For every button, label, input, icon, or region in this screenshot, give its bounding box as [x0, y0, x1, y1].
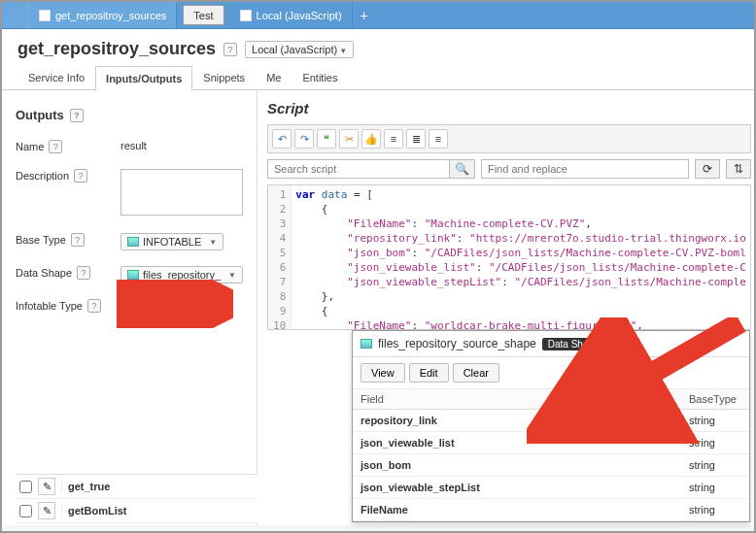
tab-service-label: get_repositroy_sources: [55, 10, 166, 21]
search-input[interactable]: [267, 159, 450, 179]
datashape-icon: [127, 270, 139, 280]
table-row[interactable]: FileNamestring: [353, 499, 749, 521]
format-icon[interactable]: 👍: [361, 129, 381, 149]
infotable-type-value: Just Infotable: [127, 302, 190, 314]
code-content[interactable]: var data = [ { "FileName": "Machine-comp…: [292, 185, 750, 329]
row-base-type: Base Type ? INFOTABLE: [16, 225, 243, 258]
col-basetype: BaseType: [681, 389, 749, 410]
find-replace-input[interactable]: [481, 159, 689, 179]
table-row[interactable]: repository_linkstring: [353, 410, 749, 432]
sub-tabstrip: Service Info Inputs/Outputs Snippets Me …: [2, 65, 754, 90]
search-go-icon[interactable]: 🔍: [450, 159, 475, 179]
base-type-dropdown[interactable]: INFOTABLE: [120, 233, 223, 250]
runtime-dropdown[interactable]: Local (JavaScript): [245, 41, 354, 58]
top-bar: get_repositroy_sources Test Local (JavaS…: [2, 2, 754, 29]
clear-button[interactable]: Clear: [453, 363, 499, 383]
js-icon: [240, 10, 252, 21]
tab-inputs-outputs[interactable]: Inputs/Outputs: [95, 66, 192, 90]
row-checkbox[interactable]: [19, 505, 32, 517]
page-title: get_repositroy_sources: [17, 39, 216, 59]
code-editor[interactable]: 1 2 3 4 5 6 7 8 9 10 11 var data = [ { "…: [267, 184, 751, 330]
replace-next-icon[interactable]: ⟳: [695, 159, 720, 179]
indent-center-icon[interactable]: ≣: [406, 129, 426, 149]
description-textarea[interactable]: [120, 169, 243, 216]
tab-local-js[interactable]: Local (JavaScript): [230, 2, 353, 28]
indent-left-icon[interactable]: ≡: [384, 129, 403, 149]
page-header: get_repositroy_sources ? Local (JavaScri…: [2, 29, 754, 65]
left-pane: Outputs ? Name ? result Description ?: [2, 90, 258, 525]
outputs-heading: Outputs: [16, 108, 64, 122]
view-button[interactable]: View: [361, 363, 405, 383]
help-icon[interactable]: ?: [70, 109, 84, 122]
help-icon[interactable]: ?: [223, 43, 237, 56]
table-row[interactable]: json_bomstring: [353, 454, 749, 477]
test-button[interactable]: Test: [183, 5, 223, 25]
row-checkbox[interactable]: [19, 481, 32, 493]
infotable-type-dropdown[interactable]: Just Infotable: [120, 299, 213, 316]
name-label: Name: [16, 141, 44, 152]
line-gutter: 1 2 3 4 5 6 7 8 9 10 11: [268, 185, 292, 329]
popup-badge: Data Shape: [542, 338, 605, 350]
comment-icon[interactable]: ❝: [317, 129, 336, 149]
script-heading: Script: [267, 96, 751, 124]
help-icon[interactable]: ?: [77, 266, 90, 280]
help-icon[interactable]: ?: [71, 233, 85, 247]
popup-title: files_repository_source_shape: [378, 337, 536, 350]
row-name: Name ? result: [16, 132, 243, 161]
data-shape-value: files_repository_: [143, 269, 221, 281]
editor-toolbar: ↶ ↷ ❝ ✂ 👍 ≡ ≣ ≡: [267, 124, 751, 153]
description-label: Description: [16, 170, 69, 182]
name-value: result: [120, 140, 243, 151]
fields-table: Field BaseType repository_linkstring jso…: [353, 389, 749, 521]
edit-button[interactable]: Edit: [409, 363, 449, 383]
add-tab-button[interactable]: +: [353, 2, 376, 28]
edit-icon[interactable]: ✎: [38, 478, 55, 495]
edit-icon[interactable]: ✎: [38, 502, 55, 519]
replace-all-icon[interactable]: ⇅: [726, 159, 751, 179]
tab-local-js-label: Local (JavaScript): [257, 10, 342, 21]
service-icon: [39, 10, 51, 21]
indent-right-icon[interactable]: ≡: [429, 129, 448, 149]
base-type-label: Base Type: [16, 234, 66, 246]
table-row[interactable]: json_viewable_stepListstring: [353, 477, 749, 499]
tab-me[interactable]: Me: [256, 65, 292, 89]
tab-snippets[interactable]: Snippets: [192, 65, 256, 89]
infotable-icon: [127, 237, 139, 247]
undo-icon[interactable]: ↶: [272, 129, 292, 149]
help-icon[interactable]: ?: [49, 140, 62, 153]
row-data-shape: Data Shape ? files_repository_: [16, 258, 243, 291]
outputs-section: Outputs ? Name ? result Description ?: [16, 108, 243, 324]
data-shape-popup: files_repository_source_shape Data Shape…: [352, 330, 750, 522]
uncomment-icon[interactable]: ✂: [339, 129, 359, 149]
base-type-value: INFOTABLE: [143, 236, 201, 248]
col-field: Field: [353, 389, 681, 410]
infotable-type-label: Infotable Type: [16, 300, 83, 312]
table-row[interactable]: json_viewable_liststring: [353, 432, 749, 454]
app-menu-square[interactable]: [2, 2, 29, 28]
data-shape-label: Data Shape: [16, 267, 72, 279]
tab-entities[interactable]: Entities: [292, 65, 348, 89]
search-row: 🔍 ⟳ ⇅: [267, 159, 751, 179]
tab-service-info[interactable]: Service Info: [17, 65, 95, 89]
row-description: Description ?: [16, 161, 243, 225]
tab-service[interactable]: get_repositroy_sources: [29, 2, 177, 28]
datashape-icon: [361, 339, 372, 349]
data-shape-dropdown[interactable]: files_repository_: [120, 266, 243, 283]
help-icon[interactable]: ?: [74, 169, 87, 183]
redo-icon[interactable]: ↷: [294, 129, 314, 149]
row-infotable-type: Infotable Type ? Just Infotable: [16, 291, 243, 324]
help-icon[interactable]: ?: [87, 299, 101, 313]
